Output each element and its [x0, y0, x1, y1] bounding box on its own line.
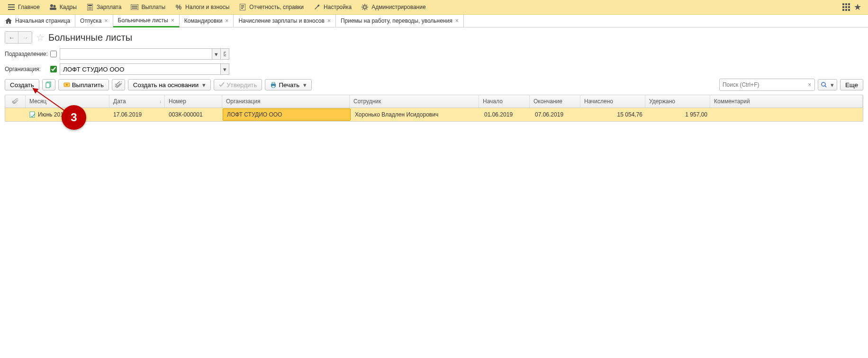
- col-comment[interactable]: Комментарий: [710, 95, 863, 107]
- menu-main[interactable]: Главное: [3, 0, 45, 14]
- approve-button: Утвердить: [214, 79, 262, 90]
- col-emp[interactable]: Сотрудник: [350, 95, 479, 107]
- tab-sick-leave[interactable]: Больничные листы ×: [113, 15, 180, 27]
- button-label: Еще: [845, 81, 858, 89]
- close-icon[interactable]: ×: [171, 17, 174, 24]
- tab-home[interactable]: Начальная страница: [0, 15, 75, 27]
- close-icon[interactable]: ×: [455, 18, 459, 24]
- cell-accrued: 15 054,76: [582, 111, 647, 118]
- svg-rect-16: [132, 8, 137, 9]
- tab-hiring[interactable]: Приемы на работу, переводы, увольнения ×: [336, 15, 464, 27]
- report-icon: [239, 3, 246, 11]
- close-icon[interactable]: ×: [327, 18, 331, 24]
- menu-hr[interactable]: Кадры: [45, 0, 81, 14]
- col-attach[interactable]: [5, 95, 26, 107]
- more-button[interactable]: Еще: [840, 79, 863, 90]
- col-number[interactable]: Номер: [165, 95, 222, 107]
- attach-button[interactable]: [112, 79, 125, 90]
- col-end[interactable]: Окончание: [530, 95, 580, 107]
- svg-point-13: [90, 9, 91, 9]
- department-dropdown-button[interactable]: ▾: [212, 48, 221, 60]
- svg-line-28: [362, 9, 363, 9]
- search-clear-button[interactable]: ×: [805, 81, 814, 88]
- department-checkbox[interactable]: [50, 51, 57, 57]
- table-row[interactable]: Июнь 2019 17.06.2019 00ЗК-000001 ЛОФТ СТ…: [5, 108, 863, 121]
- callout-number: 3: [71, 111, 77, 124]
- department-input[interactable]: [60, 48, 212, 60]
- search-box: ×: [719, 79, 815, 91]
- cell-number: 00ЗК-000001: [165, 111, 222, 118]
- tab-business-trips[interactable]: Командировки ×: [180, 15, 234, 27]
- calculator-icon: [86, 3, 94, 11]
- menu-salary[interactable]: Зарплата: [81, 0, 127, 14]
- tab-label: Командировки: [184, 18, 223, 24]
- svg-rect-36: [272, 82, 275, 84]
- cell-start: 01.06.2019: [480, 111, 531, 118]
- col-date[interactable]: Дата: [109, 95, 165, 107]
- wrench-icon: [313, 3, 321, 11]
- svg-rect-7: [88, 5, 92, 6]
- tab-label: Отпуска: [80, 18, 101, 24]
- chevron-down-icon: ▾: [202, 81, 206, 89]
- tabs-bar: Начальная страница Отпуска × Больничные …: [0, 15, 868, 27]
- cell-deducted: 1 957,00: [647, 111, 712, 118]
- menu-settings[interactable]: Настройка: [308, 0, 356, 14]
- menu-payments[interactable]: Выплаты: [126, 0, 170, 14]
- pay-button[interactable]: Выплатить: [58, 79, 109, 90]
- svg-rect-18: [241, 5, 244, 6]
- people-icon: [49, 3, 57, 11]
- list-toolbar: Создать Выплатить Создать на основании▾ …: [5, 79, 863, 91]
- col-org[interactable]: Организация: [222, 95, 350, 107]
- favorites-star-icon[interactable]: ★: [854, 2, 861, 12]
- create-button[interactable]: Создать: [5, 79, 39, 90]
- menu-reports[interactable]: Отчетность, справки: [234, 0, 308, 14]
- menu-icon: [8, 3, 15, 11]
- button-label: Выплатить: [72, 81, 104, 89]
- organization-checkbox[interactable]: [50, 66, 57, 72]
- col-deducted[interactable]: Удержано: [645, 95, 710, 107]
- create-based-button[interactable]: Создать на основании▾: [128, 79, 211, 90]
- top-menu-bar: Главное Кадры Зарплата Выплаты % Налоги …: [0, 0, 868, 15]
- svg-rect-0: [8, 4, 15, 5]
- copy-button[interactable]: [42, 79, 55, 90]
- menu-taxes[interactable]: % Налоги и взносы: [170, 0, 234, 14]
- svg-point-12: [90, 9, 90, 9]
- organization-dropdown-button[interactable]: ▾: [221, 63, 229, 75]
- tab-label: Начальная страница: [15, 18, 70, 24]
- col-start[interactable]: Начало: [479, 95, 530, 107]
- document-icon: [29, 111, 36, 118]
- cell-emp: Хоронько Владлен Исидорович: [351, 111, 480, 118]
- col-month[interactable]: Месяц: [26, 95, 109, 107]
- tab-salary-accrual[interactable]: Начисление зарплаты и взносов ×: [234, 15, 336, 27]
- svg-rect-15: [132, 6, 137, 7]
- menu-admin[interactable]: Администрирование: [356, 0, 430, 14]
- svg-point-10: [90, 7, 91, 8]
- nav-back-button[interactable]: ←: [5, 32, 18, 43]
- svg-rect-32: [46, 83, 50, 88]
- svg-point-8: [88, 7, 89, 8]
- department-open-button[interactable]: [221, 48, 229, 60]
- svg-rect-5: [50, 8, 56, 10]
- svg-rect-2: [8, 9, 15, 10]
- col-accrued[interactable]: Начислено: [580, 95, 645, 107]
- button-label: Утвердить: [226, 81, 257, 89]
- wallet-icon: [131, 3, 138, 11]
- search-icon: [821, 82, 827, 88]
- button-label: Печать: [279, 81, 299, 89]
- favorite-toggle[interactable]: ☆: [36, 32, 45, 43]
- svg-rect-37: [272, 86, 275, 88]
- search-button[interactable]: ▾: [818, 79, 837, 90]
- svg-line-27: [366, 9, 367, 9]
- close-icon[interactable]: ×: [105, 18, 108, 24]
- tab-vacations[interactable]: Отпуска ×: [75, 15, 113, 27]
- apps-grid-icon[interactable]: [842, 3, 850, 11]
- organization-input[interactable]: [60, 63, 221, 75]
- svg-point-21: [363, 6, 366, 9]
- close-icon[interactable]: ×: [225, 18, 228, 24]
- menu-label: Главное: [18, 4, 40, 10]
- print-button[interactable]: Печать▾: [265, 79, 312, 90]
- chevron-down-icon: ▾: [303, 81, 307, 89]
- search-input[interactable]: [720, 81, 805, 88]
- tab-label: Приемы на работу, переводы, увольнения: [341, 18, 452, 24]
- page-title: Больничные листы: [48, 32, 132, 43]
